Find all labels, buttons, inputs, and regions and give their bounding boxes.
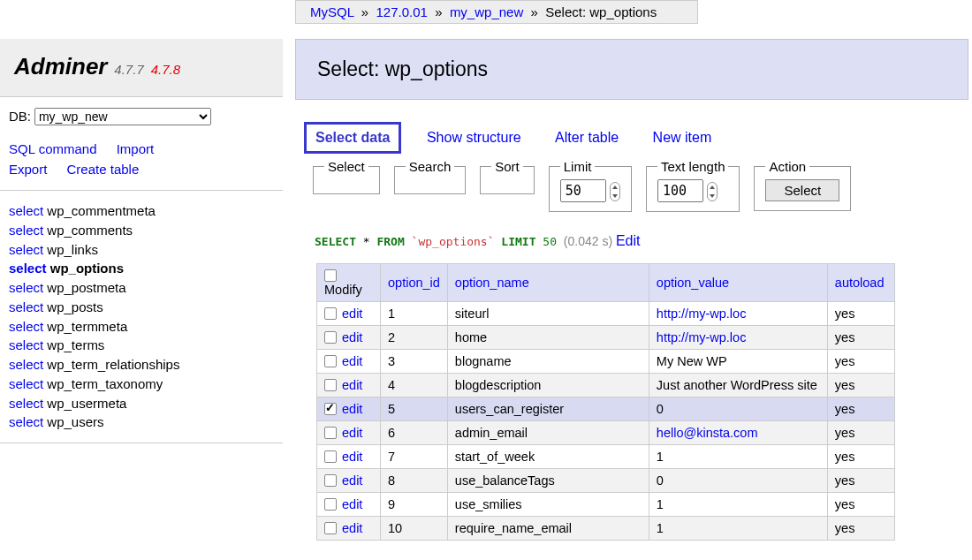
select-button[interactable]: Select <box>765 179 839 201</box>
table-select-link[interactable]: select <box>9 357 43 372</box>
table-name-link[interactable]: wp_term_taxonomy <box>43 376 163 391</box>
row-checkbox[interactable] <box>324 403 337 415</box>
sidebar-item-wp_posts[interactable]: select wp_posts <box>9 298 274 317</box>
logo-version: 4.7.7 <box>114 62 143 77</box>
table-name-link[interactable]: wp_comments <box>43 223 133 238</box>
edit-link[interactable]: edit <box>342 521 362 535</box>
checkbox-all[interactable] <box>324 269 337 282</box>
table-name-link[interactable]: wp_termmeta <box>43 319 127 334</box>
row-checkbox[interactable] <box>324 427 337 439</box>
table-select-link[interactable]: select <box>9 319 43 334</box>
cell-option-name: require_name_email <box>447 517 649 541</box>
row-checkbox[interactable] <box>324 450 337 463</box>
fieldset-select[interactable]: Select <box>313 159 380 194</box>
spinner-icon[interactable] <box>610 182 620 201</box>
edit-link[interactable]: edit <box>342 378 362 392</box>
edit-query-link[interactable]: Edit <box>616 233 641 248</box>
col-option-name[interactable]: option_name <box>447 264 649 302</box>
sidebar-item-wp_commentmeta[interactable]: select wp_commentmeta <box>9 201 274 221</box>
table-name-link[interactable]: wp_users <box>43 414 103 429</box>
edit-link[interactable]: edit <box>342 354 362 368</box>
edit-link[interactable]: edit <box>342 330 362 344</box>
sidebar-item-wp_links[interactable]: select wp_links <box>9 240 274 260</box>
cell-autoload: yes <box>827 445 894 469</box>
row-checkbox[interactable] <box>324 307 337 320</box>
table-name-link[interactable]: wp_term_relationships <box>43 357 179 372</box>
sidebar: Adminer 4.7.7 4.7.8 DB: my_wp_new SQL co… <box>0 39 283 443</box>
table-row: edit5users_can_register0yes <box>317 397 895 421</box>
row-checkbox[interactable] <box>324 331 337 344</box>
sidebar-item-wp_terms[interactable]: select wp_terms <box>9 336 274 355</box>
edit-link[interactable]: edit <box>342 497 362 511</box>
logo: Adminer <box>14 53 107 79</box>
breadcrumb-db[interactable]: my_wp_new <box>450 4 523 19</box>
table-select-link[interactable]: select <box>9 337 43 352</box>
row-checkbox[interactable] <box>324 498 337 511</box>
edit-link[interactable]: edit <box>342 450 362 464</box>
value-link[interactable]: http://my-wp.loc <box>657 330 747 344</box>
cell-option-id: 9 <box>381 493 448 517</box>
fieldset-sort[interactable]: Sort <box>480 159 535 194</box>
breadcrumb-host[interactable]: 127.0.01 <box>376 4 427 19</box>
sidebar-item-wp_users[interactable]: select wp_users <box>9 412 274 432</box>
link-export[interactable]: Export <box>9 160 47 180</box>
sidebar-item-wp_usermeta[interactable]: select wp_usermeta <box>9 394 274 413</box>
db-select[interactable]: my_wp_new <box>34 108 211 125</box>
row-checkbox[interactable] <box>324 474 337 487</box>
table-select-link[interactable]: select <box>9 242 43 257</box>
table-name-link[interactable]: wp_options <box>47 261 125 276</box>
sidebar-item-wp_options[interactable]: select wp_options <box>9 259 274 278</box>
text-length-input[interactable] <box>657 179 703 202</box>
fieldset-search[interactable]: Search <box>394 159 467 194</box>
fieldset-action: Action Select <box>754 159 851 211</box>
sidebar-item-wp_termmeta[interactable]: select wp_termmeta <box>9 317 274 337</box>
tab-alter-table[interactable]: Alter table <box>546 125 627 151</box>
cell-option-name: siteurl <box>447 302 649 326</box>
table-name-link[interactable]: wp_usermeta <box>43 396 126 411</box>
logo-new-version: 4.7.8 <box>151 62 180 77</box>
table-row: edit6admin_emailhello@kinsta.comyes <box>317 421 895 445</box>
value-link[interactable]: hello@kinsta.com <box>657 426 758 440</box>
value-link[interactable]: http://my-wp.loc <box>657 306 747 321</box>
row-checkbox[interactable] <box>324 355 337 367</box>
col-option-value[interactable]: option_value <box>649 264 827 302</box>
table-name-link[interactable]: wp_commentmeta <box>43 203 156 218</box>
tab-new-item[interactable]: New item <box>644 125 721 151</box>
sidebar-item-wp_postmeta[interactable]: select wp_postmeta <box>9 278 274 298</box>
sidebar-item-wp_comments[interactable]: select wp_comments <box>9 221 274 240</box>
sidebar-item-wp_term_taxonomy[interactable]: select wp_term_taxonomy <box>9 375 274 394</box>
tab-select-data[interactable]: Select data <box>304 122 401 154</box>
col-autoload[interactable]: autoload <box>827 264 894 302</box>
table-select-link[interactable]: select <box>9 414 43 429</box>
link-import[interactable]: Import <box>117 140 155 160</box>
cell-option-value: 1 <box>649 493 827 517</box>
table-select-link[interactable]: select <box>9 299 43 314</box>
edit-link[interactable]: edit <box>342 473 362 488</box>
table-select-link[interactable]: select <box>9 203 43 218</box>
link-sql-command[interactable]: SQL command <box>9 140 97 160</box>
spinner-icon[interactable] <box>707 182 718 201</box>
legend-limit: Limit <box>560 159 596 174</box>
table-name-link[interactable]: wp_postmeta <box>43 280 125 295</box>
table-select-link[interactable]: select <box>9 223 43 238</box>
table-select-link[interactable]: select <box>9 376 43 391</box>
row-checkbox[interactable] <box>324 379 337 391</box>
col-option-id[interactable]: option_id <box>381 264 448 302</box>
table-name-link[interactable]: wp_links <box>43 242 98 257</box>
breadcrumb-mysql[interactable]: MySQL <box>310 4 353 19</box>
edit-link[interactable]: edit <box>342 306 362 321</box>
breadcrumb-page: Select: wp_options <box>545 4 657 19</box>
cell-option-value: 1 <box>649 445 827 469</box>
limit-input[interactable] <box>560 179 606 202</box>
sidebar-item-wp_term_relationships[interactable]: select wp_term_relationships <box>9 355 274 375</box>
table-select-link[interactable]: select <box>9 396 43 411</box>
table-select-link[interactable]: select <box>9 280 43 295</box>
table-select-link[interactable]: select <box>9 261 47 276</box>
table-name-link[interactable]: wp_terms <box>43 337 104 352</box>
edit-link[interactable]: edit <box>342 402 362 416</box>
tab-show-structure[interactable]: Show structure <box>418 125 530 151</box>
edit-link[interactable]: edit <box>342 426 362 440</box>
link-create-table[interactable]: Create table <box>67 160 140 180</box>
row-checkbox[interactable] <box>324 522 337 534</box>
table-name-link[interactable]: wp_posts <box>43 299 103 314</box>
